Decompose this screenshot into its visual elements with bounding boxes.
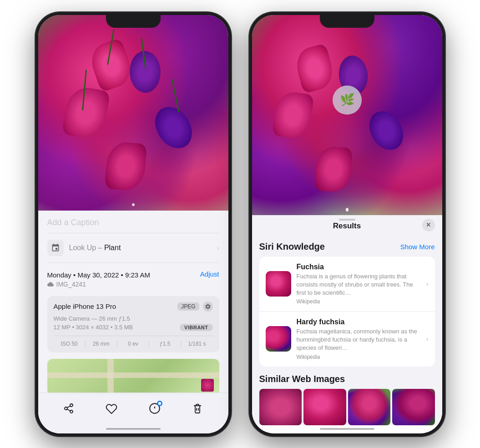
hardy-desc: Fuchsia magellanica, commonly known as t… <box>297 327 421 352</box>
web-image-4[interactable] <box>392 389 435 425</box>
r-flower-4 <box>366 107 406 153</box>
delete-button[interactable] <box>188 399 207 418</box>
device-badges: JPEG <box>177 302 212 312</box>
page-dot-right <box>346 208 349 211</box>
map-thumb-img <box>201 379 214 392</box>
lookup-icon <box>47 240 64 256</box>
hardy-chevron: › <box>426 335 429 342</box>
device-card: Apple iPhone 13 Pro JPEG Wide Camera — 2… <box>47 296 219 352</box>
knowledge-card: Fuchsia Fuchsia is a genus of flowering … <box>259 257 435 367</box>
flower-3 <box>61 85 111 141</box>
flower-5 <box>104 141 147 191</box>
fuchsia-content: Fuchsia Fuchsia is a genus of flowering … <box>297 263 421 305</box>
filename: IMG_4241 <box>56 281 86 288</box>
favorite-button[interactable] <box>102 399 121 418</box>
drag-handle <box>339 219 355 221</box>
siri-knowledge-section: Siri Knowledge Show More <box>259 242 435 252</box>
hardy-content: Hardy fuchsia Fuchsia magellanica, commo… <box>297 318 421 360</box>
date-info: Monday • May 30, 2022 • 9:23 AM <box>47 270 150 280</box>
lookup-label: Look Up – Plant <box>69 244 121 252</box>
settings-icon[interactable] <box>203 302 213 312</box>
exif-aperture: ƒ1.5 <box>149 341 181 347</box>
device-name: Apple iPhone 13 Pro <box>54 302 116 310</box>
page-indicator <box>132 203 135 206</box>
knowledge-item-hardy[interactable]: Hardy fuchsia Fuchsia magellanica, commo… <box>259 312 435 367</box>
lookup-bold: Look Up – <box>69 244 104 252</box>
hardy-thumb-img <box>266 326 291 352</box>
knowledge-item-fuchsia[interactable]: Fuchsia Fuchsia is a genus of flowering … <box>259 257 435 312</box>
photo-section[interactable] <box>38 15 228 211</box>
map-road-h <box>47 372 219 378</box>
lookup-row[interactable]: Look Up – Plant › <box>47 233 219 263</box>
home-indicator-right <box>320 428 374 430</box>
exif-shutter: 1/181 s <box>181 341 212 347</box>
exif-row: ISO 50 26 mm 0 ev ƒ1.5 1/181 s <box>54 336 213 347</box>
info-badge <box>157 401 162 406</box>
bottom-toolbar <box>38 393 228 433</box>
share-button[interactable] <box>60 399 78 418</box>
map-section[interactable] <box>47 359 219 395</box>
lookup-flower-bg <box>252 15 442 215</box>
r-flower-1 <box>292 43 336 93</box>
exif-focal: 26 mm <box>86 341 117 347</box>
notch <box>106 12 161 28</box>
info-button[interactable] <box>146 399 164 418</box>
map-background <box>47 359 219 395</box>
show-more-button[interactable]: Show More <box>400 243 435 251</box>
web-image-1[interactable] <box>259 389 302 425</box>
exif-ev: 0 ev <box>117 341 149 347</box>
lookup-chevron: › <box>217 244 219 252</box>
leaf-icon: 🌿 <box>340 93 354 107</box>
right-phone: 🌿 Results ✕ Siri Knowledge Show More <box>249 12 445 436</box>
siri-knowledge-title: Siri Knowledge <box>259 242 325 252</box>
similar-title: Similar Web Images <box>259 374 345 384</box>
flower-2 <box>124 48 166 96</box>
fuchsia-name: Fuchsia <box>297 263 421 271</box>
map-thumbnail <box>201 379 214 392</box>
map-road-v <box>107 359 114 395</box>
hardy-name: Hardy fuchsia <box>297 318 421 326</box>
left-screen: Add a Caption Look Up – Plant › Monday •… <box>38 15 228 433</box>
hardy-thumbnail <box>266 326 291 352</box>
fuchsia-thumbnail <box>266 271 291 297</box>
web-images-grid <box>259 389 435 425</box>
svg-point-3 <box>158 402 161 405</box>
notch-right <box>320 12 374 28</box>
date-row: Monday • May 30, 2022 • 9:23 AM IMG_4241… <box>47 263 219 290</box>
web-image-2[interactable] <box>303 389 346 425</box>
flower-4 <box>151 102 195 152</box>
web-image-3[interactable] <box>348 389 391 425</box>
fuchsia-desc: Fuchsia is a genus of flowering plants t… <box>297 272 421 297</box>
siri-visual-lookup-button[interactable]: 🌿 <box>333 86 362 115</box>
mp-row: 12 MP • 3024 × 4032 • 3.5 MB VIBRANT <box>54 324 213 331</box>
hardy-source: Wikipedia <box>297 354 421 360</box>
info-section: Add a Caption Look Up – Plant › Monday •… <box>38 211 228 395</box>
similar-images-section: Similar Web Images <box>259 374 435 384</box>
r-flower-5 <box>314 146 352 192</box>
home-indicator <box>106 428 161 430</box>
results-panel: Results ✕ Siri Knowledge Show More <box>252 215 442 425</box>
style-badge: VIBRANT <box>180 324 212 331</box>
fuchsia-source: Wikipedia <box>297 298 421 305</box>
left-phone: Add a Caption Look Up – Plant › Monday •… <box>35 12 231 436</box>
date-sub: IMG_4241 <box>47 281 150 288</box>
photo-background <box>38 15 228 211</box>
r-flower-3 <box>272 90 314 140</box>
right-screen: 🌿 Results ✕ Siri Knowledge Show More <box>252 15 442 433</box>
fuchsia-thumb-img <box>266 271 291 297</box>
results-title: Results <box>333 221 361 231</box>
results-body: Siri Knowledge Show More Fuchsia Fuchsia… <box>252 235 442 425</box>
close-button[interactable]: ✕ <box>422 219 435 232</box>
similar-header: Similar Web Images <box>259 374 435 384</box>
fuchsia-chevron: › <box>426 280 429 287</box>
caption-placeholder: Add a Caption <box>47 218 99 227</box>
camera-spec: Wide Camera — 26 mm ƒ1.5 <box>54 315 213 322</box>
caption-field[interactable]: Add a Caption <box>47 211 219 233</box>
device-header: Apple iPhone 13 Pro JPEG <box>54 302 213 312</box>
format-badge: JPEG <box>177 302 199 311</box>
exif-iso: ISO 50 <box>54 341 86 347</box>
lookup-photo: 🌿 <box>252 15 442 215</box>
mp-info: 12 MP • 3024 × 4032 • 3.5 MB <box>54 324 133 331</box>
adjust-button[interactable]: Adjust <box>200 270 219 278</box>
results-header: Results ✕ <box>252 215 442 235</box>
